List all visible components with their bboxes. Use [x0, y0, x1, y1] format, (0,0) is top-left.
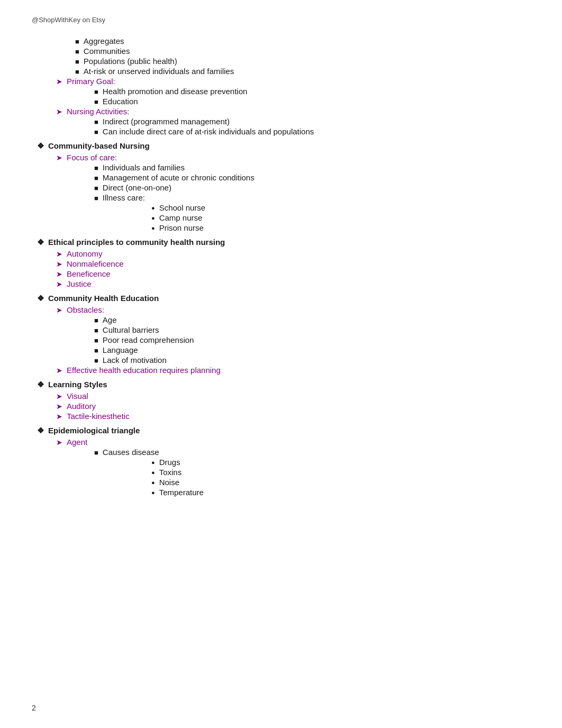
arrow-item-nursing-activities: ➤ Nursing Activities: — [56, 107, 530, 116]
bullet-text: Direct (one-on-one) — [103, 183, 171, 192]
square-bullet-icon: ■ — [75, 48, 79, 56]
arrow-item-obstacles: ➤ Obstacles: — [56, 305, 530, 314]
list-item: ■ Individuals and families — [94, 163, 530, 172]
arrow-label: Effective health education requires plan… — [67, 366, 221, 375]
list-item: ■ Can include direct care of at-risk ind… — [94, 127, 530, 136]
arrow-label: Autonomy — [67, 249, 103, 258]
bullet-text: Noise — [159, 478, 179, 487]
focus-bullets: ■ Individuals and families ■ Management … — [94, 163, 530, 232]
arrow-item-visual: ➤ Visual — [56, 392, 530, 401]
bullet-text: Aggregates — [84, 37, 124, 46]
bullet-text: School nurse — [159, 203, 206, 212]
arrow-label: Justice — [67, 279, 92, 288]
epidemiological-triangle-section: ❖ Epidemiological triangle ➤ Agent ■ Cau… — [37, 426, 530, 497]
arrow-icon: ➤ — [56, 77, 62, 86]
arrow-label: Obstacles: — [67, 305, 104, 314]
arrow-label: Visual — [67, 392, 88, 401]
learning-styles-section: ❖ Learning Styles ➤ Visual ➤ Auditory ➤ … — [37, 380, 530, 421]
section-title: Epidemiological triangle — [48, 426, 140, 435]
bullet-text: Cultural barriers — [103, 325, 159, 334]
arrow-icon: ➤ — [56, 260, 62, 268]
list-item: ■ Populations (public health) — [75, 57, 530, 66]
list-item: ● Prison nurse — [151, 223, 530, 232]
bullet-text: Can include direct care of at-risk indiv… — [103, 127, 314, 136]
arrow-label: Nursing Activities: — [67, 107, 129, 116]
page-number: 2 — [32, 704, 36, 712]
arrow-icon: ➤ — [56, 438, 62, 447]
diamond-header: ❖ Community-based Nursing — [37, 141, 530, 151]
arrow-label: Primary Goal: — [67, 77, 115, 86]
square-bullet-icon: ■ — [94, 98, 98, 106]
bullet-text: Poor read comprehension — [103, 335, 194, 344]
arrow-icon: ➤ — [56, 402, 62, 411]
primary-goal-section: ➤ Primary Goal: ■ Health promotion and d… — [56, 77, 530, 106]
list-item: ● Camp nurse — [151, 213, 530, 222]
agent-section: ➤ Agent ■ Causes disease ● Drugs ● Toxin… — [56, 438, 530, 497]
arrow-item-tactile: ➤ Tactile-kinesthetic — [56, 412, 530, 421]
square-bullet-icon: ■ — [94, 357, 98, 365]
section-title: Community-based Nursing — [48, 141, 150, 150]
arrow-item-justice: ➤ Justice — [56, 279, 530, 288]
top-bullet-list: ■ Aggregates ■ Communities ■ Populations… — [75, 37, 530, 76]
community-based-nursing-section: ❖ Community-based Nursing ➤ Focus of car… — [37, 141, 530, 232]
circle-bullet-icon: ● — [151, 205, 155, 211]
arrow-label: Tactile-kinesthetic — [67, 412, 129, 421]
circle-bullet-icon: ● — [151, 489, 155, 496]
arrow-icon: ➤ — [56, 250, 62, 258]
arrow-icon: ➤ — [56, 412, 62, 421]
nursing-activities-section: ➤ Nursing Activities: ■ Indirect (progra… — [56, 107, 530, 136]
list-item: ■ Communities — [75, 47, 530, 56]
bullet-text: Individuals and families — [103, 163, 185, 172]
list-item: ■ Causes disease — [94, 448, 530, 457]
arrow-icon: ➤ — [56, 306, 62, 314]
list-item: ● Drugs — [151, 458, 530, 467]
list-item: ● Toxins — [151, 468, 530, 477]
list-item: ■ Lack of motivation — [94, 356, 530, 365]
list-item: ● Noise — [151, 478, 530, 487]
arrow-item-focus: ➤ Focus of care: — [56, 153, 530, 162]
focus-of-care-section: ➤ Focus of care: ■ Individuals and famil… — [56, 153, 530, 232]
bullet-text: Populations (public health) — [84, 57, 177, 66]
diamond-icon: ❖ — [37, 141, 44, 151]
section-title: Learning Styles — [48, 380, 107, 389]
ethical-principles-section: ❖ Ethical principles to community health… — [37, 238, 530, 288]
list-item: ■ Illness care: — [94, 193, 530, 202]
nursing-activities-bullets: ■ Indirect (programmed management) ■ Can… — [94, 117, 530, 136]
list-item: ■ At-risk or unserved individuals and fa… — [75, 67, 530, 76]
list-item: ● School nurse — [151, 203, 530, 212]
circle-bullet-icon: ● — [151, 479, 155, 486]
arrow-label: Auditory — [67, 402, 96, 411]
square-bullet-icon: ■ — [75, 68, 79, 76]
bullet-text: Health promotion and disease prevention — [103, 87, 248, 96]
ethical-arrows: ➤ Autonomy ➤ Nonmaleficence ➤ Beneficenc… — [56, 249, 530, 288]
list-item: ● Temperature — [151, 488, 530, 497]
agent-bullets: ■ Causes disease ● Drugs ● Toxins ● Nois… — [94, 448, 530, 497]
diamond-header: ❖ Epidemiological triangle — [37, 426, 530, 435]
square-bullet-icon: ■ — [94, 449, 98, 457]
square-bullet-icon: ■ — [94, 347, 98, 354]
primary-goal-bullets: ■ Health promotion and disease preventio… — [94, 87, 530, 106]
square-bullet-icon: ■ — [94, 184, 98, 192]
arrow-label: Beneficence — [67, 269, 111, 278]
section-title: Ethical principles to community health n… — [48, 238, 225, 247]
bullet-text: Causes disease — [103, 448, 159, 457]
bullet-text: Toxins — [159, 468, 182, 477]
bullet-text: At-risk or unserved individuals and fami… — [84, 67, 234, 76]
arrow-item-auditory: ➤ Auditory — [56, 402, 530, 411]
list-item: ■ Management of acute or chronic conditi… — [94, 173, 530, 182]
main-content: ■ Aggregates ■ Communities ■ Populations… — [37, 37, 530, 497]
square-bullet-icon: ■ — [75, 58, 79, 66]
arrow-label: Focus of care: — [67, 153, 117, 162]
list-item: ■ Health promotion and disease preventio… — [94, 87, 530, 96]
obstacles-section: ➤ Obstacles: ■ Age ■ Cultural barriers ■… — [56, 305, 530, 375]
list-item: ■ Aggregates — [75, 37, 530, 46]
bullet-text: Communities — [84, 47, 130, 56]
bullet-text: Drugs — [159, 458, 180, 467]
diamond-icon: ❖ — [37, 380, 44, 389]
list-item: ■ Language — [94, 345, 530, 354]
circle-bullet-icon: ● — [151, 469, 155, 476]
bullet-text: Temperature — [159, 488, 204, 497]
bullet-text: Age — [103, 315, 117, 324]
circle-bullet-icon: ● — [151, 215, 155, 221]
obstacles-bullets: ■ Age ■ Cultural barriers ■ Poor read co… — [94, 315, 530, 365]
